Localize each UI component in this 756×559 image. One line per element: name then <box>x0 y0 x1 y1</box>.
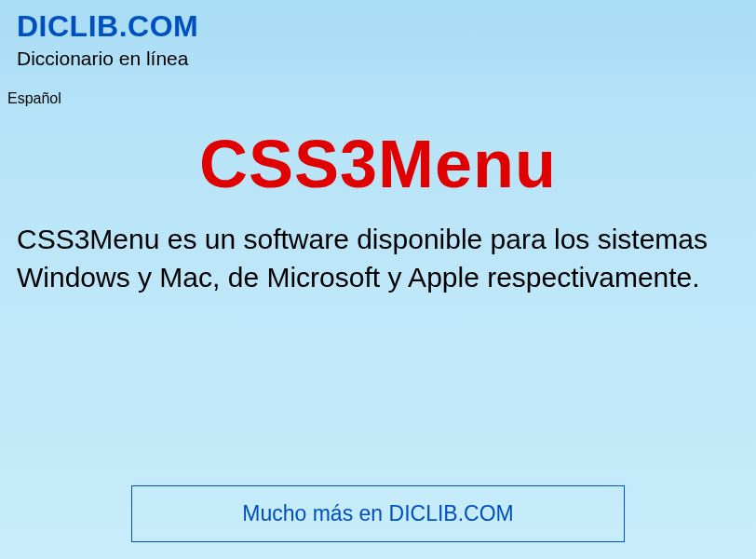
page-title: CSS3Menu <box>0 126 756 202</box>
site-title[interactable]: DICLIB.COM <box>0 0 756 44</box>
more-link-button[interactable]: Mucho más en DICLIB.COM <box>131 485 625 542</box>
article-body: CSS3Menu es un software disponible para … <box>0 202 756 296</box>
language-selector[interactable]: Español <box>0 70 756 107</box>
site-subtitle: Diccionario en línea <box>0 44 756 70</box>
